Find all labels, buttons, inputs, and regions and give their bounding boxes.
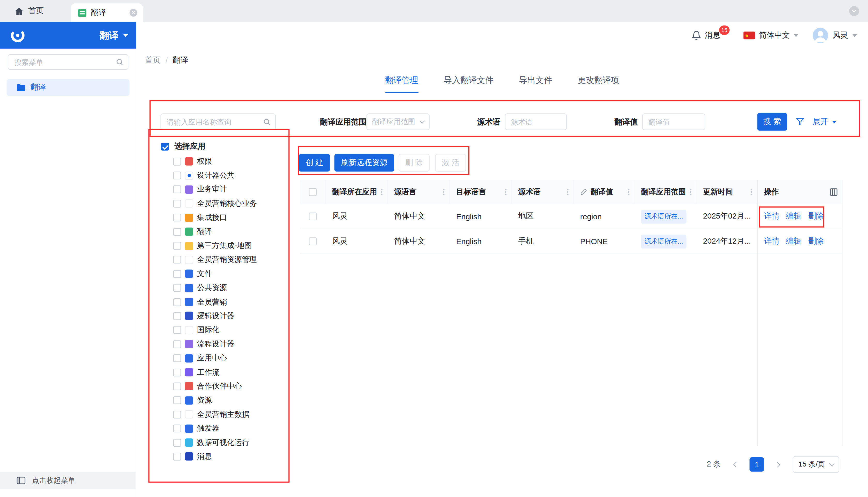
tab-home[interactable]: 首页 [9,0,49,22]
checkbox[interactable] [173,284,181,292]
app-tree-item[interactable]: 集成接口 [161,211,289,225]
checkbox[interactable] [173,242,181,250]
column-menu-icon[interactable] [505,188,506,196]
scope-filter-select[interactable]: 翻译应用范围 [367,113,430,130]
checkbox[interactable] [173,200,181,208]
app-tree-item[interactable]: 翻译 [161,225,289,239]
app-name-search-input[interactable] [160,113,276,130]
app-tree-item[interactable]: 文件 [161,267,289,281]
delete-button[interactable]: 删 除 [399,154,430,172]
collapse-menu-button[interactable]: 点击收起菜单 [0,472,136,489]
prev-page-button[interactable] [728,457,743,472]
checkbox[interactable] [173,228,181,236]
detail-link[interactable]: 详情 [764,236,779,246]
language-switcher[interactable]: ★ 简体中文 [743,30,798,41]
scope-tag[interactable]: 源术语所在... [641,235,686,248]
checkbox[interactable] [173,453,181,460]
value-filter-input[interactable] [642,113,705,130]
checkbox[interactable] [173,354,181,362]
refresh-remote-resources-button[interactable]: 刷新远程资源 [334,154,394,172]
app-tree-item[interactable]: 消息 [161,450,289,464]
scope-tag[interactable]: 源术语所在... [641,210,686,224]
app-tree-item-label: 流程设计器 [197,339,234,349]
select-all-rows-checkbox[interactable] [309,188,316,196]
tab-change-translation-item[interactable]: 更改翻译项 [578,75,619,93]
row-checkbox[interactable] [309,237,317,245]
sidebar-search-input[interactable] [8,54,128,70]
column-menu-icon[interactable] [443,188,444,196]
app-tree-item[interactable]: 设计器公共 [161,168,289,182]
expand-toggle[interactable]: 展开 [813,113,837,130]
create-button[interactable]: 创 建 [299,154,330,172]
breadcrumb-home[interactable]: 首页 [145,55,160,65]
app-tree-item[interactable]: 全员营销 [161,295,289,309]
checkbox[interactable] [173,397,181,404]
activate-button[interactable]: 激 活 [435,154,466,172]
user-menu[interactable]: 风灵 [813,28,857,43]
app-tree-item[interactable]: 权限 [161,155,289,168]
app-tree-item[interactable]: 业务审计 [161,183,289,197]
checkbox[interactable] [173,256,181,264]
column-menu-icon[interactable] [628,188,629,196]
tab-import-translation-file[interactable]: 导入翻译文件 [444,75,494,93]
messages-button[interactable]: 消息 15 [691,30,720,41]
checkbox[interactable] [173,383,181,390]
column-menu-icon[interactable] [690,188,691,196]
select-all-label: 选择应用 [174,142,205,152]
current-page-button[interactable]: 1 [750,457,764,472]
delete-link[interactable]: 删除 [808,212,824,222]
app-tree-item-label: 集成接口 [197,213,227,223]
app-tree-item[interactable]: 全员营销主数据 [161,407,289,421]
checkbox[interactable] [173,340,181,348]
app-tree-item[interactable]: 工作流 [161,365,289,379]
app-tree-item[interactable]: 合作伙伴中心 [161,379,289,393]
search-button[interactable]: 搜 索 [757,113,787,131]
tab-export-file[interactable]: 导出文件 [519,75,552,93]
app-tree-item[interactable]: 第三方集成-地图 [161,239,289,253]
delete-link[interactable]: 删除 [808,236,824,246]
checkbox[interactable] [173,326,181,334]
tab-translation-manage[interactable]: 翻译管理 [385,75,418,93]
edit-link[interactable]: 编辑 [786,212,801,222]
sidebar-item-translate[interactable]: 翻译 [7,79,130,96]
checkbox[interactable] [173,410,181,418]
close-icon[interactable]: × [129,9,137,16]
column-menu-icon[interactable] [381,188,382,196]
app-tree-item[interactable]: 资源 [161,394,289,407]
column-menu-icon[interactable] [567,188,568,196]
checkbox[interactable] [173,214,181,222]
select-all-checkbox[interactable] [161,143,169,151]
app-tree-item[interactable]: 公共资源 [161,281,289,295]
checkbox[interactable] [173,439,181,446]
term-filter-input[interactable] [505,113,567,130]
app-tree-item[interactable]: 国际化 [161,323,289,337]
app-title-switcher[interactable]: 翻译 [100,22,128,49]
checkbox[interactable] [173,186,181,194]
row-checkbox[interactable] [309,213,317,221]
filter-funnel-icon[interactable] [795,117,805,126]
app-tree-item[interactable]: 数据可视化运行 [161,436,289,450]
detail-link[interactable]: 详情 [764,212,779,222]
page-size-select[interactable]: 15 条/页 [793,456,839,473]
checkbox[interactable] [173,158,181,165]
app-icon [185,199,193,208]
app-tree-item[interactable]: 触发器 [161,422,289,436]
edit-link[interactable]: 编辑 [786,236,801,246]
checkbox[interactable] [173,425,181,432]
tab-translate[interactable]: 翻译 × [71,3,143,22]
checkbox[interactable] [173,171,181,179]
sidebar-search [8,54,128,70]
app-tree-item[interactable]: 流程设计器 [161,337,289,351]
app-tree-item[interactable]: 应用中心 [161,351,289,365]
tabbar-chevron-down-icon[interactable] [849,6,859,16]
checkbox[interactable] [173,298,181,306]
next-page-button[interactable] [771,457,786,472]
app-tree-item[interactable]: 全员营销资源管理 [161,253,289,267]
app-tree-item[interactable]: 逻辑设计器 [161,309,289,323]
column-settings-icon[interactable] [829,187,838,196]
app-tree-item[interactable]: 全员营销核心业务 [161,197,289,211]
checkbox[interactable] [173,368,181,376]
checkbox[interactable] [173,312,181,320]
column-menu-icon[interactable] [751,188,752,196]
checkbox[interactable] [173,270,181,278]
